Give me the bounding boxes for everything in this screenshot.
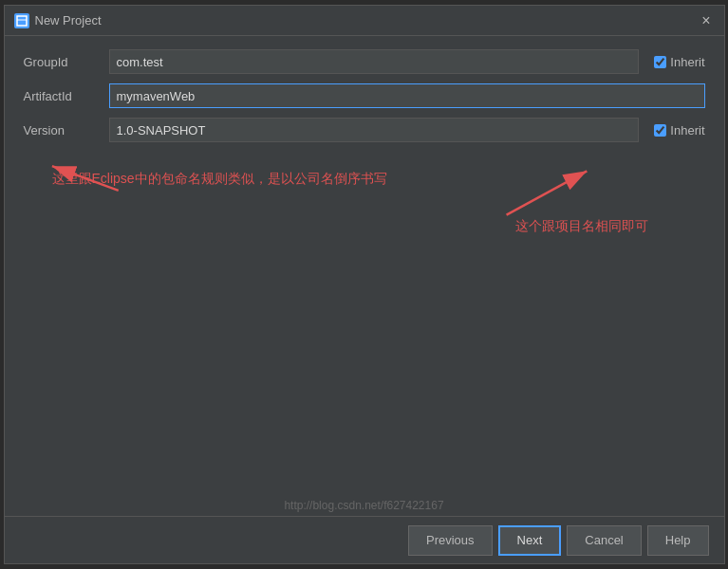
watermark: http://blog.csdn.net/f627422167 [5,499,724,512]
artifactid-row: ArtifactId [24,83,705,108]
dialog-title: New Project [35,13,102,28]
previous-button[interactable]: Previous [408,525,493,556]
cancel-button[interactable]: Cancel [567,525,641,556]
artifactid-input[interactable] [109,83,705,108]
svg-line-5 [506,171,587,214]
dialog-content: GroupId Inherit ArtifactId Version Inher… [5,36,724,516]
close-button[interactable]: × [698,11,714,30]
arrows-svg [24,161,705,503]
footer: Previous Next Cancel Help [5,516,724,563]
version-inherit-checkbox[interactable] [654,124,666,137]
annotation-area: 这里跟Eclipse中的包命名规则类似，是以公司名倒序书写 这个跟项目名相同即可 [24,161,705,503]
version-input[interactable] [109,118,640,142]
groupid-inherit-container: Inherit [654,55,704,69]
artifactid-label: ArtifactId [24,89,100,103]
new-project-dialog: New Project × GroupId Inherit ArtifactId… [4,5,725,564]
groupid-inherit-label: Inherit [670,55,704,69]
groupid-inherit-checkbox[interactable] [654,56,666,68]
annotation-text-2: 这个跟项目名相同即可 [515,218,648,235]
version-inherit-label: Inherit [670,123,704,138]
dialog-icon [14,13,29,28]
next-button[interactable]: Next [498,525,562,556]
groupid-label: GroupId [24,55,100,69]
groupid-input[interactable] [109,49,640,74]
version-label: Version [24,123,100,138]
annotation-text-1: 这里跟Eclipse中的包命名规则类似，是以公司名倒序书写 [52,171,387,188]
help-button[interactable]: Help [647,525,709,556]
title-bar: New Project × [5,6,724,36]
title-bar-left: New Project [14,13,102,28]
svg-rect-0 [17,16,27,26]
groupid-row: GroupId Inherit [24,49,705,74]
version-row: Version Inherit [24,118,705,142]
version-inherit-container: Inherit [654,123,704,138]
